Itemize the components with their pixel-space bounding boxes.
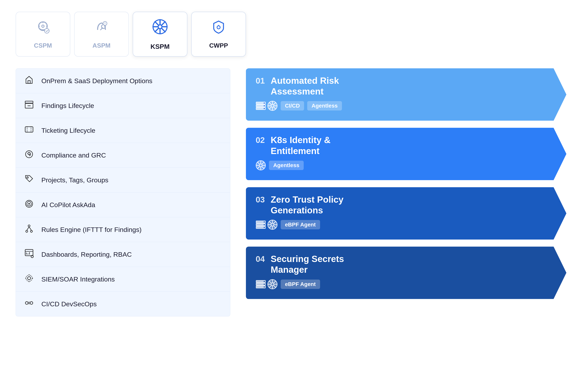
kspm-icon (151, 18, 169, 39)
svg-point-59 (264, 108, 265, 109)
feature-list: OnPrem & SaaS Deployment Options Finding… (15, 68, 230, 316)
card-3-icons (256, 220, 278, 230)
card-2-number: 02 (256, 136, 265, 145)
svg-rect-27 (25, 127, 33, 132)
svg-point-101 (264, 286, 265, 288)
aspm-icon (94, 19, 109, 38)
svg-point-6 (44, 28, 49, 33)
list-item-rules-label: Rules Engine (IFTTT for Findings) (41, 226, 141, 234)
svg-point-58 (264, 105, 265, 106)
kspm-label: KSPM (150, 43, 170, 50)
tabs-row: CSPM ASPM (15, 12, 567, 56)
card-1-tags: CI/CD Agentless (256, 101, 557, 111)
card-4-title: Securing SecretsManager (271, 254, 344, 275)
ticket-icon (24, 125, 34, 136)
list-item-cicd[interactable]: CI/CD DevSecOps (15, 292, 230, 316)
svg-point-47 (26, 275, 32, 281)
archive-icon (24, 100, 34, 111)
card-3-tag-ebpf: eBPF Agent (281, 220, 320, 230)
list-item-ai[interactable]: AI CoPilot AskAda (15, 192, 230, 217)
svg-line-39 (29, 227, 31, 230)
card-1-title: Automated RiskAssessment (271, 75, 339, 97)
server-icon-4 (256, 280, 266, 288)
svg-point-46 (27, 277, 31, 280)
svg-rect-24 (25, 101, 33, 103)
list-item-findings[interactable]: Findings Lifecycle (15, 93, 230, 118)
list-item-compliance[interactable]: Compliance and GRC (15, 143, 230, 168)
home-icon (24, 75, 34, 86)
card-4-icons (256, 279, 278, 289)
svg-point-1 (42, 25, 44, 27)
tab-aspm[interactable]: ASPM (74, 12, 129, 56)
svg-point-36 (26, 230, 28, 232)
list-item-onprem[interactable]: OnPrem & SaaS Deployment Options (15, 68, 230, 93)
list-item-rules[interactable]: Rules Engine (IFTTT for Findings) (15, 217, 230, 242)
svg-point-57 (264, 102, 265, 104)
tab-cspm[interactable]: CSPM (15, 12, 70, 56)
card-1-number: 01 (256, 76, 265, 86)
list-item-ticketing[interactable]: Ticketing Lifecycle (15, 118, 230, 143)
tab-cwpp[interactable]: CWPP (191, 12, 246, 56)
svg-point-32 (27, 177, 28, 178)
svg-point-37 (30, 230, 32, 232)
svg-point-84 (264, 224, 265, 225)
card-4-tag-ebpf: eBPF Agent (281, 280, 320, 289)
tag-icon (24, 174, 34, 186)
list-item-cicd-label: CI/CD DevSecOps (41, 300, 97, 308)
svg-line-20 (155, 28, 159, 32)
server-icon-3 (256, 220, 266, 229)
list-item-findings-label: Findings Lifecycle (41, 102, 94, 110)
svg-line-19 (161, 22, 165, 26)
dashboard-icon (24, 249, 34, 260)
list-item-projects[interactable]: Projects, Tags, Groups (15, 168, 230, 192)
list-item-ai-label: AI CoPilot AskAda (41, 201, 95, 209)
svg-point-52 (25, 302, 28, 304)
cspm-label: CSPM (34, 42, 52, 49)
card-3-number: 03 (256, 195, 265, 204)
card-2-top: 02 K8s Identity &Entitlement (256, 135, 557, 156)
card-3-tags: eBPF Agent (256, 220, 557, 230)
list-item-siem-label: SIEM/SOAR Integrations (41, 276, 115, 283)
svg-point-35 (28, 225, 30, 227)
svg-point-53 (30, 302, 33, 304)
cwpp-icon (211, 19, 226, 38)
svg-point-85 (264, 227, 265, 228)
card-1-tag-cicd: CI/CD (281, 101, 304, 110)
svg-point-10 (105, 24, 105, 24)
card-1: 01 Automated RiskAssessment (246, 68, 567, 121)
card-4-number: 04 (256, 254, 265, 264)
card-4-tags: eBPF Agent (256, 279, 557, 289)
cicd-icon (24, 298, 34, 310)
svg-line-38 (27, 227, 29, 230)
card-3-title: Zero Trust PolicyGenerations (271, 194, 344, 216)
card-2: 02 K8s Identity &Entitlement Agentless (246, 128, 567, 180)
card-1-icons (256, 101, 278, 111)
svg-point-83 (264, 222, 265, 222)
svg-point-100 (264, 284, 265, 285)
card-1-top: 01 Automated RiskAssessment (256, 75, 557, 97)
k8s-wheel-2 (256, 160, 266, 170)
card-2-tag-agentless: Agentless (269, 161, 304, 170)
server-icon-1 (256, 102, 266, 110)
siem-icon (24, 274, 34, 285)
tab-kspm[interactable]: KSPM (133, 12, 187, 56)
card-4: 04 Securing SecretsManager (246, 246, 567, 299)
list-item-ticketing-label: Ticketing Lifecycle (41, 127, 95, 134)
list-item-compliance-label: Compliance and GRC (41, 152, 106, 159)
list-item-onprem-label: OnPrem & SaaS Deployment Options (41, 77, 152, 85)
card-3-top: 03 Zero Trust PolicyGenerations (256, 194, 557, 216)
feature-cards: 01 Automated RiskAssessment (246, 68, 567, 299)
list-item-siem[interactable]: SIEM/SOAR Integrations (15, 267, 230, 292)
ai-icon (24, 199, 34, 210)
cspm-icon (35, 19, 51, 38)
k8s-wheel-4 (267, 279, 278, 289)
svg-rect-23 (28, 81, 30, 83)
card-2-title: K8s Identity &Entitlement (271, 135, 331, 156)
card-4-top: 04 Securing SecretsManager (256, 254, 557, 275)
aspm-label: ASPM (92, 42, 110, 49)
list-item-dashboards-label: Dashboards, Reporting, RBAC (41, 251, 132, 258)
svg-point-99 (264, 281, 265, 282)
list-item-dashboards[interactable]: Dashboards, Reporting, RBAC (15, 242, 230, 267)
card-2-tags: Agentless (256, 160, 557, 170)
svg-point-21 (217, 26, 220, 29)
